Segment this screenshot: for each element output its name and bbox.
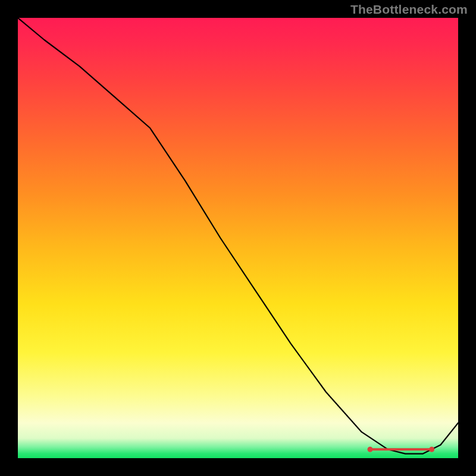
chart-frame: TheBottleneck.com bbox=[0, 0, 476, 476]
chart-overlay bbox=[18, 18, 458, 458]
optimal-range-start-dot bbox=[368, 447, 373, 452]
watermark-text: TheBottleneck.com bbox=[350, 2, 468, 17]
bottleneck-curve bbox=[18, 18, 458, 454]
optimal-range-end-dot bbox=[429, 447, 434, 452]
